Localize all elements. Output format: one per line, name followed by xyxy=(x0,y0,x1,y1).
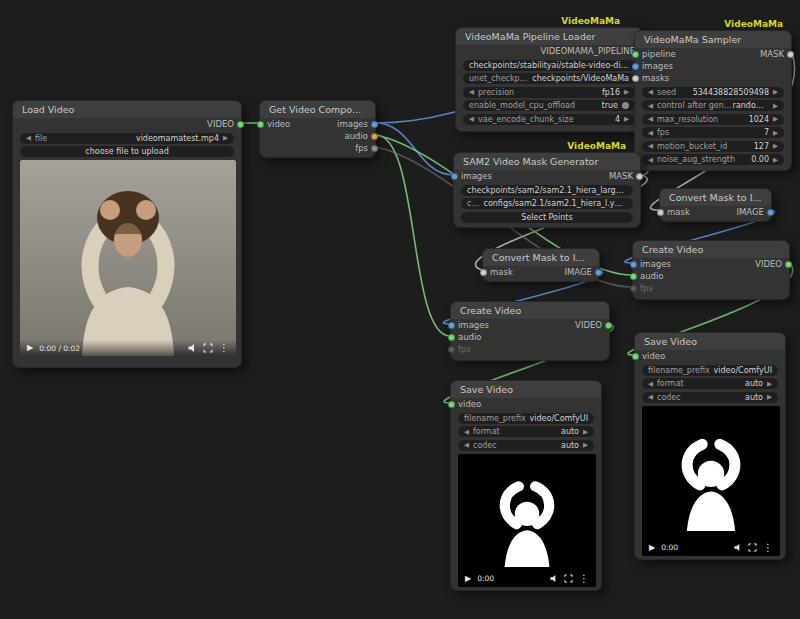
combo-next-icon[interactable]: ▶ xyxy=(773,115,778,123)
output-port-fps[interactable]: fps xyxy=(355,143,372,153)
combo-next-icon[interactable]: ▶ xyxy=(583,441,588,449)
pipeline-port-dot[interactable] xyxy=(632,51,639,58)
combo-prev-icon[interactable]: ◀ xyxy=(648,142,653,150)
output-port-images[interactable]: images xyxy=(337,119,372,129)
combo-prev-icon[interactable]: ◀ xyxy=(648,156,653,164)
input-port-fps[interactable]: fps xyxy=(454,344,471,354)
mask-port-dot[interactable] xyxy=(787,51,794,58)
combo-prev-icon[interactable]: ◀ xyxy=(469,115,474,123)
more-options-icon[interactable]: ⋮ xyxy=(763,543,773,553)
volume-icon[interactable] xyxy=(733,543,742,552)
play-icon[interactable]: ▶ xyxy=(27,344,33,352)
seed-widget[interactable]: ◀ seed 534438828509498 ▶ xyxy=(642,87,784,98)
sam2-checkpoint-widget[interactable]: checkpoints/sam2/sam2.1_hiera_large.pt xyxy=(461,185,633,196)
combo-prev-icon[interactable]: ◀ xyxy=(648,115,653,123)
node-sam2-video-mask-generator[interactable]: VideoMaMa SAM2 Video Mask Generator imag… xyxy=(453,152,641,228)
video-preview-source[interactable]: ▶ 0:00 / 0:02 ⋮ xyxy=(20,160,236,356)
precision-combo-widget[interactable]: ◀ precision fp16 ▶ xyxy=(463,87,635,98)
combo-next-icon[interactable]: ▶ xyxy=(767,393,772,401)
fullscreen-icon[interactable] xyxy=(564,574,573,583)
node-videomama-pipeline-loader[interactable]: VideoMaMa VideoMaMa Pipeline Loader VIDE… xyxy=(455,27,643,132)
audio-port-dot[interactable] xyxy=(371,133,378,140)
audio-port-dot[interactable] xyxy=(630,273,637,280)
images-port-dot[interactable] xyxy=(451,173,458,180)
volume-icon[interactable] xyxy=(549,574,558,583)
mask-port-dot[interactable] xyxy=(657,209,664,216)
combo-next-icon[interactable]: ▶ xyxy=(624,88,629,96)
video-port-dot[interactable] xyxy=(448,401,455,408)
input-port-fps[interactable]: fps xyxy=(636,283,653,293)
volume-icon[interactable] xyxy=(187,343,197,353)
fps-widget[interactable]: ◀ fps 7 ▶ xyxy=(642,127,784,138)
video-preview-mask[interactable]: ▶ 0:00 ⋮ xyxy=(642,406,780,556)
video-port-dot[interactable] xyxy=(785,261,792,268)
chunk-size-widget[interactable]: ◀ vae_encode_chunk_size 4 ▶ xyxy=(463,114,635,125)
more-options-icon[interactable]: ⋮ xyxy=(579,574,589,584)
input-port-images[interactable]: images xyxy=(638,61,673,71)
video-preview-mask[interactable]: ▶ 0:00 ⋮ xyxy=(458,454,596,587)
combo-prev-icon[interactable]: ◀ xyxy=(26,134,31,142)
combo-prev-icon[interactable]: ◀ xyxy=(464,428,469,436)
combo-next-icon[interactable]: ▶ xyxy=(223,134,228,142)
images-port-dot[interactable] xyxy=(371,121,378,128)
select-points-button[interactable]: Select Points xyxy=(461,212,633,223)
more-options-icon[interactable]: ⋮ xyxy=(219,343,229,353)
node-save-video-right[interactable]: Save Video video filename_prefix video/C… xyxy=(634,332,786,560)
control-after-generate-widget[interactable]: ◀ control after generate randomize ▶ xyxy=(642,100,784,111)
masks-port-dot[interactable] xyxy=(632,75,639,82)
input-port-audio[interactable]: audio xyxy=(636,271,664,281)
combo-prev-icon[interactable]: ◀ xyxy=(469,88,474,96)
combo-next-icon[interactable]: ▶ xyxy=(767,380,772,388)
input-port-images[interactable]: images xyxy=(454,320,489,330)
output-port-video[interactable]: VIDEO xyxy=(575,320,606,330)
combo-prev-icon[interactable]: ◀ xyxy=(648,88,653,96)
video-port-dot[interactable] xyxy=(605,322,612,329)
input-port-masks[interactable]: masks xyxy=(638,73,669,83)
file-combo-widget[interactable]: ◀ file videomamatest.mp4 ▶ xyxy=(20,133,234,144)
output-port-image[interactable]: IMAGE xyxy=(565,267,596,277)
image-port-dot[interactable] xyxy=(767,209,774,216)
format-widget[interactable]: ◀ format auto ▶ xyxy=(642,378,778,389)
video-port-dot[interactable] xyxy=(237,121,244,128)
output-port-mask[interactable]: MASK xyxy=(609,171,637,181)
fps-port-dot[interactable] xyxy=(371,145,378,152)
max-resolution-widget[interactable]: ◀ max_resolution 1024 ▶ xyxy=(642,114,784,125)
combo-next-icon[interactable]: ▶ xyxy=(773,129,778,137)
toggle-knob-icon[interactable] xyxy=(622,102,629,109)
play-icon[interactable]: ▶ xyxy=(465,575,471,583)
combo-prev-icon[interactable]: ◀ xyxy=(648,393,653,401)
image-port-dot[interactable] xyxy=(595,269,602,276)
codec-widget[interactable]: ◀ codec auto ▶ xyxy=(458,440,594,451)
video-port-dot[interactable] xyxy=(257,121,264,128)
combo-prev-icon[interactable]: ◀ xyxy=(648,380,653,388)
unet-combo-widget[interactable]: unet_checkp... checkpoints/VideoMaMa xyxy=(463,73,635,84)
choose-file-button[interactable]: choose file to upload xyxy=(20,146,234,157)
input-port-mask[interactable]: mask xyxy=(663,207,690,217)
input-port-video[interactable]: video xyxy=(638,351,665,361)
output-port-video[interactable]: VIDEO xyxy=(755,259,786,269)
fps-port-dot[interactable] xyxy=(630,285,637,292)
node-videomama-sampler[interactable]: VideoMaMa VideoMaMa Sampler pipeline MAS… xyxy=(634,30,792,171)
images-port-dot[interactable] xyxy=(630,261,637,268)
input-port-audio[interactable]: audio xyxy=(454,332,482,342)
combo-prev-icon[interactable]: ◀ xyxy=(648,102,653,110)
output-port-image[interactable]: IMAGE xyxy=(737,207,768,217)
fps-port-dot[interactable] xyxy=(448,346,455,353)
input-port-pipeline[interactable]: pipeline xyxy=(638,49,676,59)
images-port-dot[interactable] xyxy=(448,322,455,329)
output-port-mask[interactable]: MASK xyxy=(760,49,788,59)
node-create-video-right[interactable]: Create Video images VIDEO audio fps xyxy=(632,240,790,300)
fullscreen-icon[interactable] xyxy=(748,543,757,552)
noise-aug-strength-widget[interactable]: ◀ noise_aug_strength 0.00 ▶ xyxy=(642,154,784,165)
output-port-audio[interactable]: audio xyxy=(344,131,372,141)
mask-port-dot[interactable] xyxy=(480,269,487,276)
filename-prefix-widget[interactable]: filename_prefix video/ComfyUI xyxy=(642,365,778,376)
input-port-images[interactable]: images xyxy=(636,259,671,269)
output-port-video[interactable]: VIDEO xyxy=(207,119,238,129)
sam2-config-widget[interactable]: co... configs/sam2.1/sam2.1_hiera_l.yaml xyxy=(461,198,633,209)
format-widget[interactable]: ◀ format auto ▶ xyxy=(458,426,594,437)
combo-next-icon[interactable]: ▶ xyxy=(773,142,778,150)
fullscreen-icon[interactable] xyxy=(203,343,213,353)
node-convert-mask-to-image-right[interactable]: Convert Mask to I... mask IMAGE xyxy=(659,188,772,222)
combo-prev-icon[interactable]: ◀ xyxy=(648,129,653,137)
